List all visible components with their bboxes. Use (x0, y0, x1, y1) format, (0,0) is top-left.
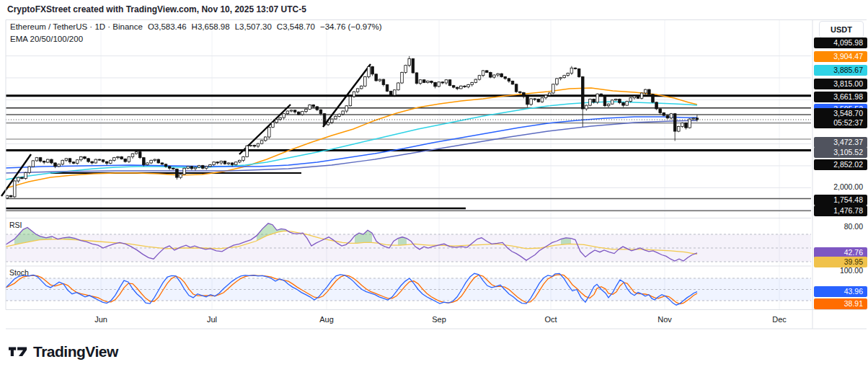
axis-month-label: Oct (544, 315, 557, 324)
axis-month-label: Sep (432, 315, 446, 324)
symbol-legend[interactable]: Ethereum / TetherUS · 1D · BinanceO3,583… (10, 22, 387, 31)
axis-price-label: 100.00 (814, 266, 867, 275)
price-axis-badge: 1,754.48 (814, 195, 867, 205)
axis-month-label: Jun (94, 315, 107, 324)
price-axis-badge: 3,904.47 (814, 51, 867, 62)
ohlc-token: O3,583.46 (148, 22, 187, 31)
price-axis-badge: 38.91 (814, 298, 867, 309)
tradingview-logo[interactable]: TradingView (9, 343, 118, 360)
axis-price-label: 80.00 (814, 222, 867, 231)
ohlc-values: O3,583.46H3,658.98L3,507.30C3,548.70−34.… (148, 22, 387, 31)
tradingview-chart-page: CryptoFXStreet created with TradingView.… (0, 0, 868, 372)
price-axis-badge: 4,095.98 (814, 37, 867, 48)
ohlc-token: H3,658.98 (192, 22, 230, 31)
currency-toggle-button[interactable]: USDT (819, 21, 864, 38)
rsi-band (6, 234, 811, 262)
symbol-title[interactable]: Ethereum / TetherUS · 1D · Binance (10, 22, 143, 31)
axis-month-label: Nov (657, 315, 672, 324)
price-axis-badge: 2,852.02 (814, 159, 867, 170)
ohlc-token: L3,507.30 (235, 22, 272, 31)
price-axis-badge: 3,472.37 (814, 137, 867, 148)
axis-month-label: Aug (319, 315, 334, 324)
price-axis-badge: 3,105.52 (814, 147, 867, 158)
axis-month-label: Dec (772, 315, 787, 324)
price-axis-badge: 1,476.78 (814, 205, 867, 216)
price-axis-badge: 3,815.00 (814, 79, 867, 89)
stoch-pane-label[interactable]: Stoch (9, 268, 29, 277)
tradingview-logo-text: TradingView (33, 343, 118, 360)
price-axis-badge: 3,548.7005:52:37 (814, 108, 867, 128)
chart-canvas[interactable] (0, 0, 868, 333)
ohlc-token: C3,548.70 (277, 22, 315, 31)
rsi-pane-label[interactable]: RSI (9, 221, 22, 229)
indicator-legend[interactable]: EMA 20/50/100/200 (10, 35, 83, 43)
tradingview-logo-icon (9, 345, 28, 359)
axis-month-label: Jul (207, 315, 217, 324)
ohlc-token: −34.76 (−0.97%) (320, 22, 382, 31)
axis-price-label: 2,000.00 (814, 182, 867, 191)
bar-countdown: 05:52:37 (814, 118, 863, 128)
ema-mid (6, 102, 697, 180)
price-gridlines (6, 56, 811, 210)
price-axis-badge: 3,661.98 (814, 92, 867, 102)
price-axis-badge: 43.96 (814, 286, 867, 297)
price-axis-badge: 3,885.67 (814, 65, 867, 76)
drawn-horizontal-lines (6, 96, 811, 211)
